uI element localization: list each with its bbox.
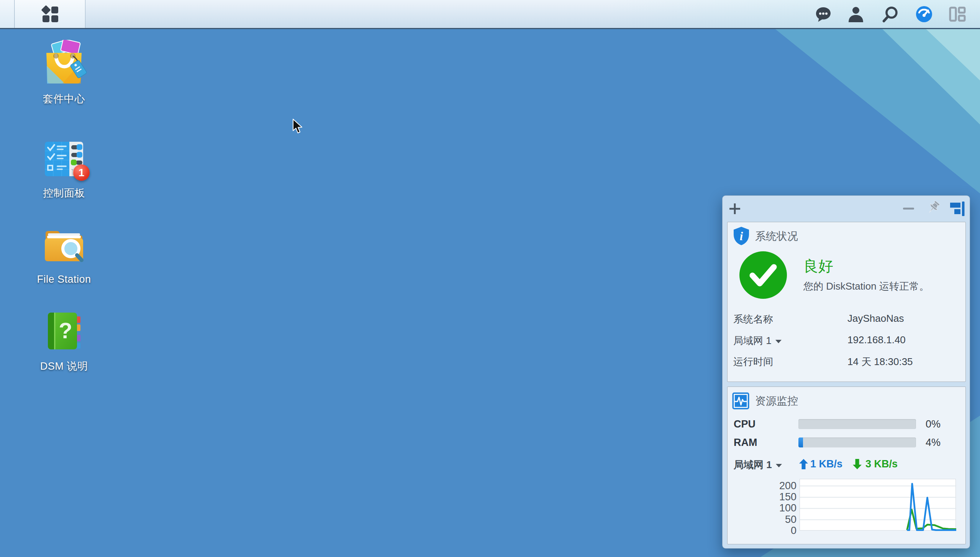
dock-widgets-button[interactable] xyxy=(949,200,965,217)
taskbar-left-segment xyxy=(0,0,15,28)
desktop-icon-file-station[interactable]: File Station xyxy=(32,221,96,285)
control-panel-badge: 1 xyxy=(73,164,90,181)
search-icon xyxy=(881,5,899,23)
info-row-lan: 局域网 1 192.168.1.40 xyxy=(728,334,965,347)
network-traffic-chart: 050100150200 xyxy=(770,474,961,539)
user-options-button[interactable] xyxy=(845,3,867,25)
cpu-bar xyxy=(798,419,916,429)
chart-y-tick: 0 xyxy=(770,524,796,537)
system-health-button[interactable] xyxy=(913,3,935,25)
ram-label: RAM xyxy=(734,437,757,449)
minimize-icon xyxy=(903,208,914,210)
upload-arrow-icon xyxy=(799,459,808,469)
desktop-icon-label: 控制面板 xyxy=(32,186,96,200)
widget-panel-header xyxy=(723,196,970,221)
search-button[interactable] xyxy=(879,3,901,25)
status-description: 您的 DiskStation 运转正常。 xyxy=(803,280,929,293)
info-value: 192.168.1.40 xyxy=(847,334,906,346)
chat-bubble-icon xyxy=(814,5,832,23)
minimize-widgets-button[interactable] xyxy=(901,203,916,214)
info-label: 系统名称 xyxy=(733,313,773,326)
upload-speed: 1 KB/s xyxy=(810,458,842,470)
info-label: 运行时间 xyxy=(733,355,773,369)
svg-text:?: ? xyxy=(59,318,72,343)
ram-bar xyxy=(798,437,916,447)
chart-y-tick: 200 xyxy=(770,480,796,492)
show-widgets-icon xyxy=(948,5,966,23)
widgets-button[interactable] xyxy=(946,3,968,25)
cpu-percent: 0% xyxy=(926,418,941,430)
mouse-cursor xyxy=(292,119,303,134)
add-widget-icon xyxy=(728,202,741,215)
desktop-icon-label: DSM 说明 xyxy=(32,359,96,373)
system-health-widget: i 系统状况 良好 您的 DiskStation 运转正常。 系统名称 JayS… xyxy=(727,222,966,382)
desktop-icon-label: File Station xyxy=(32,274,96,285)
desktop: 套件中心 xyxy=(0,0,980,557)
ram-percent: 4% xyxy=(926,437,941,449)
svg-text:i: i xyxy=(740,229,743,243)
package-center-icon xyxy=(40,40,88,87)
chart-y-tick: 50 xyxy=(770,513,796,526)
health-shield-icon: i xyxy=(732,226,751,246)
pin-icon xyxy=(926,200,942,216)
info-row-system-name: 系统名称 JayShaoNas xyxy=(728,313,965,326)
dsm-help-icon: ? xyxy=(40,307,88,355)
file-station-icon xyxy=(40,221,88,269)
info-label: 局域网 1 xyxy=(733,334,772,347)
resource-monitor-widget: 资源监控 CPU 0% RAM 4% 局域网 1 1 KB/s 3 KB/s xyxy=(727,387,966,544)
resource-monitor-icon xyxy=(732,392,749,410)
cpu-label: CPU xyxy=(734,418,755,430)
info-value: 14 天 18:30:35 xyxy=(847,355,913,369)
main-menu-button[interactable] xyxy=(15,0,85,28)
lan-selector: 局域网 1 xyxy=(734,458,782,472)
add-widget-button[interactable] xyxy=(727,201,742,216)
ram-bar-fill xyxy=(798,437,803,447)
taskbar xyxy=(0,0,980,29)
status-ok-icon xyxy=(739,251,787,299)
chart-plot-area xyxy=(800,479,956,531)
chart-y-tick: 150 xyxy=(770,491,796,503)
desktop-icon-label: 套件中心 xyxy=(32,92,96,106)
dock-right-icon xyxy=(949,201,965,216)
lan-dropdown-caret[interactable] xyxy=(775,340,782,343)
lan-label: 局域网 1 xyxy=(734,458,772,472)
system-health-gauge-icon xyxy=(915,5,933,23)
person-icon xyxy=(847,5,865,23)
desktop-icon-control-panel[interactable]: 1 控制面板 xyxy=(32,134,96,200)
info-value: JayShaoNas xyxy=(847,313,904,324)
chart-lines xyxy=(800,479,956,531)
widget-title: 资源监控 xyxy=(755,394,798,408)
pin-widgets-button[interactable] xyxy=(925,200,942,217)
status-text: 良好 xyxy=(803,256,833,277)
widget-title: 系统状况 xyxy=(755,229,798,244)
desktop-icon-package-center[interactable]: 套件中心 xyxy=(32,40,96,106)
download-speed: 3 KB/s xyxy=(865,458,898,470)
download-arrow-icon xyxy=(853,459,862,469)
desktop-icon-dsm-help[interactable]: ? DSM 说明 xyxy=(32,307,96,373)
info-row-uptime: 运行时间 14 天 18:30:35 xyxy=(728,355,965,368)
notifications-button[interactable] xyxy=(813,3,834,25)
app-grid-icon xyxy=(41,5,59,23)
lan-chart-dropdown-caret[interactable] xyxy=(776,464,782,467)
widget-panel: i 系统状况 良好 您的 DiskStation 运转正常。 系统名称 JayS… xyxy=(722,195,970,549)
chart-y-tick: 100 xyxy=(770,502,796,514)
